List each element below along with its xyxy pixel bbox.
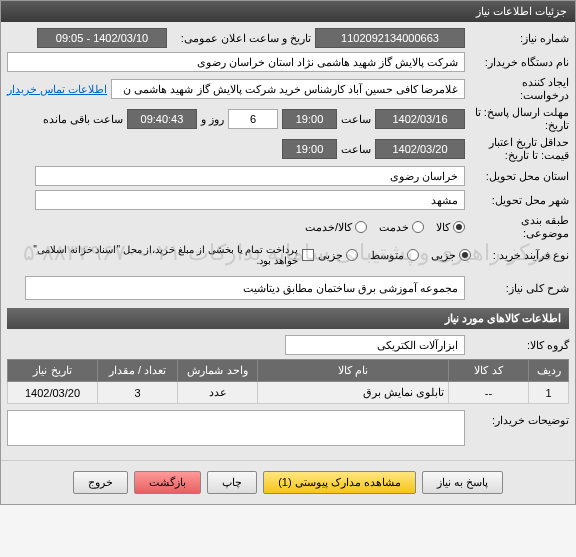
proc-medium-label: متوسط [370, 249, 404, 262]
td-code: -- [449, 382, 529, 404]
buyer-value: شرکت پالایش گاز شهید هاشمی نژاد استان خر… [7, 52, 465, 72]
proc-minor-label: جزیی [431, 249, 456, 262]
remarks-label: توضیحات خریدار: [469, 410, 569, 427]
contact-link[interactable]: اطلاعات تماس خریدار [7, 83, 107, 96]
remaining-label: ساعت باقی مانده [43, 113, 123, 126]
radio-goods[interactable] [453, 221, 465, 233]
announce-label: تاریخ و ساعت اعلان عمومی: [171, 32, 311, 45]
announce-value: 1402/03/10 - 09:05 [37, 28, 167, 48]
items-section-header: اطلاعات کالاهای مورد نیاز [7, 308, 569, 329]
province-label: استان محل تحویل: [469, 170, 569, 183]
print-button[interactable]: چاپ [207, 471, 257, 494]
back-button[interactable]: بازگشت [134, 471, 201, 494]
proc-major-label: جزیی [318, 249, 343, 262]
group-label: گروه کالا: [469, 339, 569, 352]
validity-date: 1402/03/20 [375, 139, 465, 159]
td-date: 1402/03/20 [8, 382, 98, 404]
deadline-date: 1402/03/16 [375, 109, 465, 129]
th-unit: واحد شمارش [178, 360, 258, 382]
city-label: شهر محل تحویل: [469, 194, 569, 207]
validity-label: حداقل تاریخ اعتبار قیمت: تا تاریخ: [469, 136, 569, 162]
cat-service-label: خدمت [379, 221, 409, 234]
cat-both-label: کالا/خدمت [305, 221, 352, 234]
radio-both[interactable] [355, 221, 367, 233]
td-name: تابلوی نمایش برق [258, 382, 449, 404]
th-row: ردیف [529, 360, 569, 382]
validity-time: 19:00 [282, 139, 337, 159]
th-date: تاریخ نیاز [8, 360, 98, 382]
radio-minor[interactable] [459, 249, 471, 261]
process-label: نوع فرآیند خرید : [475, 249, 569, 262]
need-no-value: 1102092134000663 [315, 28, 465, 48]
radio-major[interactable] [346, 249, 358, 261]
desc-value: مجموعه آموزشی برق ساختمان مطابق دیتاشیت [25, 276, 465, 300]
time-label-2: ساعت [341, 143, 371, 156]
th-qty: تعداد / مقدار [98, 360, 178, 382]
treasury-checkbox[interactable] [302, 249, 313, 261]
td-qty: 3 [98, 382, 178, 404]
category-label: طبقه بندی موضوعی: [469, 214, 569, 240]
radio-medium[interactable] [407, 249, 419, 261]
exit-button[interactable]: خروج [73, 471, 128, 494]
remarks-box[interactable] [7, 410, 465, 446]
requester-value: غلامرضا کافی حسین آباد کارشناس خرید شرکت… [111, 79, 465, 99]
requester-label: ایجاد کننده درخواست: [469, 76, 569, 102]
group-value: ابزارآلات الکتریکی [285, 335, 465, 355]
table-row[interactable]: 1 -- تابلوی نمایش برق عدد 3 1402/03/20 [8, 382, 569, 404]
countdown: 09:40:43 [127, 109, 197, 129]
radio-service[interactable] [412, 221, 424, 233]
process-radio-group: جزیی متوسط جزیی [318, 249, 471, 262]
city-value: مشهد [35, 190, 465, 210]
attachments-button[interactable]: مشاهده مدارک پیوستی (1) [263, 471, 416, 494]
need-no-label: شماره نیاز: [469, 32, 569, 45]
th-name: نام کالا [258, 360, 449, 382]
days-value: 6 [228, 109, 278, 129]
th-code: کد کالا [449, 360, 529, 382]
desc-label: شرح کلی نیاز: [469, 282, 569, 295]
deadline-time: 19:00 [282, 109, 337, 129]
window-title: جزئیات اطلاعات نیاز [1, 1, 575, 22]
td-row: 1 [529, 382, 569, 404]
category-radio-group: کالا خدمت کالا/خدمت [305, 221, 465, 234]
td-unit: عدد [178, 382, 258, 404]
buyer-label: نام دستگاه خریدار: [469, 56, 569, 69]
cat-goods-label: کالا [436, 221, 450, 234]
time-label-1: ساعت [341, 113, 371, 126]
items-table: ردیف کد کالا نام کالا واحد شمارش تعداد /… [7, 359, 569, 404]
payment-note: پرداخت تمام یا بخشی از مبلغ خرید،از محل … [7, 244, 298, 266]
respond-button[interactable]: پاسخ به نیاز [422, 471, 503, 494]
deadline-label: مهلت ارسال پاسخ: تا تاریخ: [469, 106, 569, 132]
province-value: خراسان رضوی [35, 166, 465, 186]
days-label: روز و [201, 113, 224, 126]
button-bar: پاسخ به نیاز مشاهده مدارک پیوستی (1) چاپ… [1, 460, 575, 504]
